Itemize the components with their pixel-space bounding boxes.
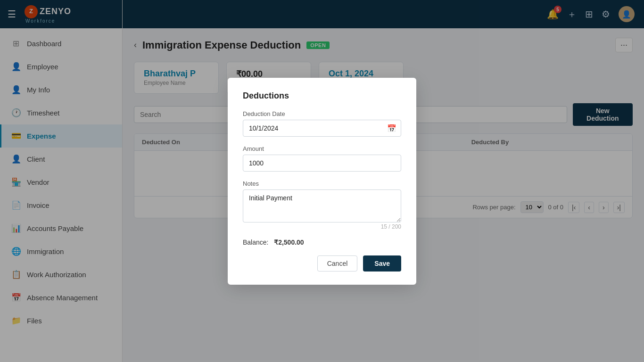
- save-button[interactable]: Save: [363, 255, 401, 272]
- deduction-date-label: Deduction Date: [243, 110, 401, 117]
- calendar-icon[interactable]: 📅: [387, 123, 396, 132]
- balance-row-value: ₹2,500.00: [274, 239, 304, 246]
- modal-footer: Cancel Save: [243, 255, 401, 272]
- amount-input[interactable]: [243, 155, 401, 172]
- deductions-modal: Deductions Deduction Date 📅 Amount Notes…: [228, 78, 416, 285]
- deduction-date-wrap: 📅: [243, 120, 401, 137]
- notes-input[interactable]: Initial Payment: [243, 189, 401, 222]
- deduction-date-input[interactable]: [243, 120, 401, 137]
- amount-label: Amount: [243, 145, 401, 152]
- amount-group: Amount: [243, 145, 401, 172]
- modal-title: Deductions: [243, 91, 401, 101]
- balance-row: Balance: ₹2,500.00: [243, 239, 401, 246]
- modal-overlay: Deductions Deduction Date 📅 Amount Notes…: [0, 0, 644, 362]
- notes-group: Notes Initial Payment 15 / 200: [243, 180, 401, 230]
- deduction-date-group: Deduction Date 📅: [243, 110, 401, 137]
- balance-row-label: Balance:: [243, 239, 268, 246]
- char-count: 15 / 200: [243, 223, 401, 230]
- notes-label: Notes: [243, 180, 401, 187]
- cancel-button[interactable]: Cancel: [317, 255, 358, 272]
